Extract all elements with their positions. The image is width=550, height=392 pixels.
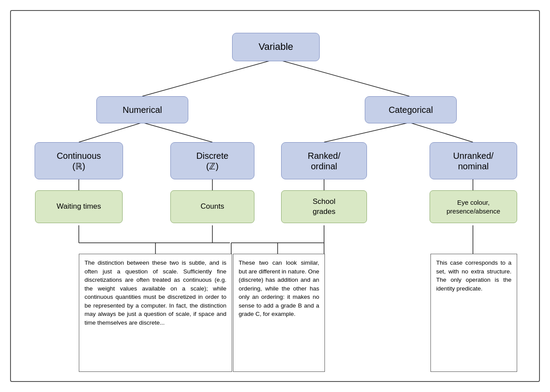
svg-line-0 bbox=[142, 59, 276, 96]
diagram-container: Variable Numerical Categorical Continuou… bbox=[10, 10, 540, 382]
node-discrete: Discrete (ℤ) bbox=[170, 142, 254, 179]
node-unranked: Unranked/ nominal bbox=[430, 142, 517, 179]
note-unranked: This case corresponds to a set, with no … bbox=[430, 254, 517, 372]
svg-line-4 bbox=[324, 122, 409, 142]
svg-line-2 bbox=[79, 122, 142, 142]
node-counts: Counts bbox=[170, 190, 254, 223]
node-school-grades: School grades bbox=[281, 190, 367, 223]
note-discrete-ranked: These two can look similar, but are diff… bbox=[233, 254, 325, 372]
node-categorical: Categorical bbox=[365, 96, 457, 123]
svg-line-3 bbox=[142, 122, 212, 142]
note-continuous-discrete: The distinction between these two is sub… bbox=[79, 254, 232, 372]
svg-line-5 bbox=[409, 122, 473, 142]
node-ranked: Ranked/ ordinal bbox=[281, 142, 367, 179]
node-continuous: Continuous (ℝ) bbox=[35, 142, 123, 179]
node-waiting-times: Waiting times bbox=[35, 190, 123, 223]
node-variable: Variable bbox=[232, 33, 320, 61]
node-eye-colour: Eye colour, presence/absence bbox=[430, 190, 517, 223]
svg-line-1 bbox=[276, 59, 409, 96]
node-numerical: Numerical bbox=[96, 96, 188, 123]
